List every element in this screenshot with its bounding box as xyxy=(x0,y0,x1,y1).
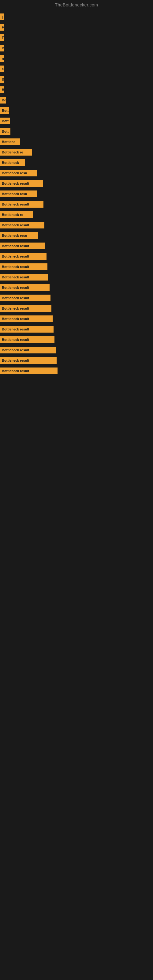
bar-row: Bottleneck result xyxy=(0,368,153,374)
bar-label: | xyxy=(0,13,4,20)
bar-row: Bottleneck result xyxy=(0,243,153,249)
bar-row: Bottleneck result xyxy=(0,357,153,364)
bar-label: c xyxy=(0,65,4,72)
bar-label: Bottleneck result xyxy=(0,294,51,301)
bar-label: Bottleneck result xyxy=(0,253,46,260)
bar-row: Bottleneck result xyxy=(0,336,153,343)
bar-label: Bottleneck re xyxy=(0,149,32,156)
bar-label: Bottleneck resu xyxy=(0,232,38,239)
bar-row: Bottleneck re xyxy=(0,149,153,156)
bar-row: B xyxy=(0,76,153,83)
bar-label: B xyxy=(0,45,4,51)
bar-row: Bottleneck result xyxy=(0,274,153,280)
bar-label: Bottleneck result xyxy=(0,305,51,312)
bar-label: Bottleneck result xyxy=(0,357,57,364)
bar-row: Bottleneck result xyxy=(0,180,153,187)
bar-row: Bottleneck result xyxy=(0,305,153,312)
bar-row: Bott xyxy=(0,128,153,135)
bar-label: Bo xyxy=(0,97,6,103)
bar-row: Bo xyxy=(0,97,153,103)
bar-label: Bottleneck result xyxy=(0,263,48,270)
bar-row: B xyxy=(0,86,153,93)
bar-row: | xyxy=(0,13,153,20)
bar-row: Bottleneck resu xyxy=(0,170,153,177)
bar-row: Bottleneck result xyxy=(0,294,153,301)
bar-label: Bottleneck re xyxy=(0,211,33,218)
bar-label: B xyxy=(0,86,4,93)
bar-row: Bottleneck result xyxy=(0,201,153,208)
bar-row: B xyxy=(0,45,153,51)
site-title: TheBottlenecker.com xyxy=(0,0,153,9)
bar-label: n xyxy=(0,55,4,62)
bar-row: Bottleneck result xyxy=(0,263,153,270)
bar-row: F xyxy=(0,24,153,30)
bar-row: F xyxy=(0,34,153,41)
bar-row: Bottleneck resu xyxy=(0,232,153,239)
bar-label: F xyxy=(0,24,4,30)
bar-label: Bottleneck result xyxy=(0,274,48,280)
bar-row: Bott xyxy=(0,118,153,124)
bar-label: Bottleneck result xyxy=(0,326,54,332)
bar-row: Bottleneck re xyxy=(0,211,153,218)
bar-row: n xyxy=(0,55,153,62)
bar-row: Bottleneck result xyxy=(0,315,153,322)
bar-label: Bott xyxy=(0,128,10,135)
bar-row: c xyxy=(0,65,153,72)
bar-label: Bottleneck result xyxy=(0,180,43,187)
bar-label: Bottleneck result xyxy=(0,347,56,353)
bar-label: Bottleneck xyxy=(0,159,25,166)
bar-row: Bottleneck result xyxy=(0,326,153,332)
bar-label: Bottleneck resu xyxy=(0,191,37,197)
bar-label: Bott xyxy=(0,107,9,114)
bar-label: Bottleneck result xyxy=(0,284,49,291)
bar-label: Bottleneck result xyxy=(0,243,45,249)
bar-label: B xyxy=(0,76,4,83)
bar-row: Bottleneck xyxy=(0,159,153,166)
bar-label: Bottleneck result xyxy=(0,222,45,229)
bar-label: Bottleneck result xyxy=(0,315,53,322)
bar-label: Bott xyxy=(0,118,10,124)
bar-row: Bott xyxy=(0,107,153,114)
bar-row: Bottleneck resu xyxy=(0,191,153,197)
bar-row: Bottleneck result xyxy=(0,222,153,229)
bar-label: Bottleneck result xyxy=(0,336,54,343)
bar-label: F xyxy=(0,34,4,41)
bar-row: Bottleneck result xyxy=(0,347,153,353)
bar-label: Bottleneck result xyxy=(0,368,57,374)
bar-label: Bottleneck result xyxy=(0,201,43,208)
bar-row: Bottlene xyxy=(0,138,153,145)
bar-label: Bottlene xyxy=(0,138,20,145)
bar-row: Bottleneck result xyxy=(0,253,153,260)
bars-container: |FFBncBBBoBottBottBottBottleneBottleneck… xyxy=(0,9,153,379)
bar-label: Bottleneck resu xyxy=(0,170,37,177)
bar-row: Bottleneck result xyxy=(0,284,153,291)
